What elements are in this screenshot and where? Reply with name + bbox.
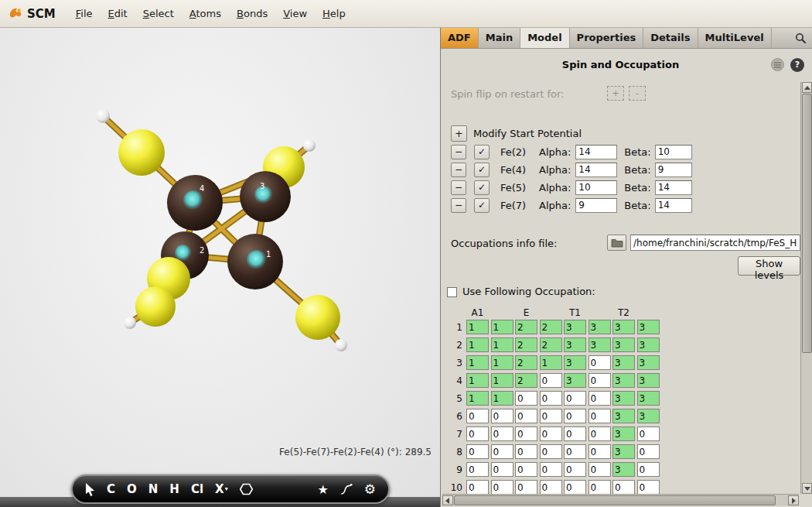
occupation-cell[interactable]	[589, 320, 611, 334]
occupation-cell[interactable]	[637, 391, 660, 406]
tab-model[interactable]: Model	[520, 28, 569, 48]
occupation-cell[interactable]	[612, 391, 635, 406]
lasso-tool-button[interactable]	[340, 483, 353, 495]
occupation-cell[interactable]	[466, 337, 489, 352]
pointer-tool-button[interactable]	[85, 483, 95, 496]
spin-flip-remove-button[interactable]: -	[629, 86, 646, 101]
alpha-input[interactable]	[575, 180, 617, 195]
occupation-cell[interactable]	[564, 337, 586, 352]
occupation-cell[interactable]	[466, 373, 489, 388]
occupation-cell[interactable]	[637, 426, 660, 441]
remove-potential-button[interactable]: −	[451, 163, 466, 177]
occupation-cell[interactable]	[515, 426, 537, 441]
vertical-scrollbar[interactable]	[800, 82, 812, 494]
alpha-input[interactable]	[575, 145, 617, 159]
star-tool-button[interactable]: ★	[317, 482, 328, 497]
vertical-scroll-thumb[interactable]	[802, 94, 812, 353]
atom-s-4[interactable]	[135, 286, 176, 327]
occupation-cell[interactable]	[540, 462, 562, 477]
show-levels-button[interactable]: Show levels	[738, 256, 800, 276]
tab-details[interactable]: Details	[643, 28, 698, 48]
scroll-up-arrow-icon[interactable]	[802, 82, 812, 93]
occupation-cell[interactable]	[637, 480, 660, 494]
occupation-cell[interactable]	[612, 337, 635, 352]
occupation-cell[interactable]	[515, 462, 537, 477]
menu-atoms[interactable]: Atoms	[182, 0, 229, 28]
occupation-cell[interactable]	[564, 444, 586, 459]
occupation-cell[interactable]	[589, 355, 611, 370]
panel-menu-button[interactable]	[771, 58, 784, 71]
occupation-cell[interactable]	[491, 373, 513, 388]
occupation-cell[interactable]	[515, 320, 537, 334]
scroll-right-arrow-icon[interactable]	[788, 495, 799, 505]
atom-s-5[interactable]	[295, 295, 340, 340]
occupation-cell[interactable]	[564, 462, 586, 477]
horizontal-scrollbar[interactable]	[442, 494, 799, 505]
tab-properties[interactable]: Properties	[570, 28, 644, 48]
menu-bonds[interactable]: Bonds	[229, 0, 275, 28]
occupation-cell[interactable]	[515, 373, 537, 388]
occupation-cell[interactable]	[466, 480, 489, 494]
occupation-cell[interactable]	[540, 373, 562, 388]
occupation-cell[interactable]	[466, 320, 489, 334]
occupation-cell[interactable]	[540, 444, 562, 459]
occupation-cell[interactable]	[564, 391, 586, 406]
beta-input[interactable]	[655, 163, 692, 177]
occupation-cell[interactable]	[637, 337, 660, 352]
occupation-cell[interactable]	[589, 337, 611, 352]
occupation-cell[interactable]	[466, 444, 489, 459]
occupation-cell[interactable]	[564, 373, 586, 388]
spin-flip-add-button[interactable]: +	[607, 86, 624, 101]
remove-potential-button[interactable]: −	[451, 145, 466, 159]
occupation-cell[interactable]	[589, 444, 611, 459]
occupation-cell[interactable]	[564, 426, 586, 441]
occupation-cell[interactable]	[540, 320, 562, 334]
occupation-cell[interactable]	[589, 426, 611, 441]
molecule-3d-view[interactable]: 4 3 2 1	[0, 28, 441, 461]
settings-tool-button[interactable]: ⚙	[364, 481, 376, 497]
occupation-cell[interactable]	[637, 409, 660, 423]
occupation-cell[interactable]	[612, 409, 635, 423]
element-c-button[interactable]: C	[107, 482, 115, 496]
element-h-button[interactable]: H	[169, 482, 179, 496]
occupation-cell[interactable]	[589, 480, 611, 494]
menu-select[interactable]: Select	[135, 0, 182, 28]
help-button[interactable]: ?	[790, 58, 804, 72]
horizontal-scroll-thumb[interactable]	[454, 495, 776, 505]
potential-enabled-checkbox[interactable]: ✓	[474, 180, 490, 195]
occupation-cell[interactable]	[466, 462, 489, 477]
tab-multilevel[interactable]: MultiLevel	[698, 28, 772, 48]
occupation-cell[interactable]	[564, 480, 586, 494]
occupation-cell[interactable]	[491, 409, 513, 423]
atom-h-3[interactable]	[124, 317, 136, 329]
occupation-cell[interactable]	[515, 355, 537, 370]
tab-adf[interactable]: ADF	[441, 28, 479, 48]
element-n-button[interactable]: N	[148, 482, 159, 496]
scroll-down-arrow-icon[interactable]	[802, 483, 812, 494]
occupation-cell[interactable]	[564, 409, 586, 423]
occupation-cell[interactable]	[612, 444, 635, 459]
element-cl-button[interactable]: Cl	[191, 482, 203, 496]
alpha-input[interactable]	[575, 163, 617, 177]
alpha-input[interactable]	[575, 198, 617, 213]
occupation-cell[interactable]	[589, 409, 611, 423]
occupation-cell[interactable]	[491, 337, 513, 352]
ring-tool-button[interactable]	[240, 483, 253, 495]
occupation-cell[interactable]	[515, 480, 537, 494]
element-o-button[interactable]: O	[127, 482, 137, 496]
occupation-cell[interactable]	[589, 462, 611, 477]
occupation-cell[interactable]	[466, 355, 489, 370]
occupation-cell[interactable]	[612, 320, 635, 334]
element-x-button[interactable]: X ▾	[215, 482, 228, 496]
occupation-cell[interactable]	[564, 320, 586, 334]
beta-input[interactable]	[655, 180, 692, 195]
add-potential-button[interactable]: +	[451, 125, 467, 142]
atom-s-1[interactable]	[118, 129, 165, 176]
occupation-cell[interactable]	[612, 480, 635, 494]
remove-potential-button[interactable]: −	[451, 198, 466, 213]
menu-edit[interactable]: Edit	[101, 0, 135, 28]
potential-enabled-checkbox[interactable]: ✓	[474, 145, 490, 159]
atom-h-4[interactable]	[335, 339, 347, 351]
occupation-cell[interactable]	[491, 320, 513, 334]
scroll-left-arrow-icon[interactable]	[442, 495, 453, 505]
